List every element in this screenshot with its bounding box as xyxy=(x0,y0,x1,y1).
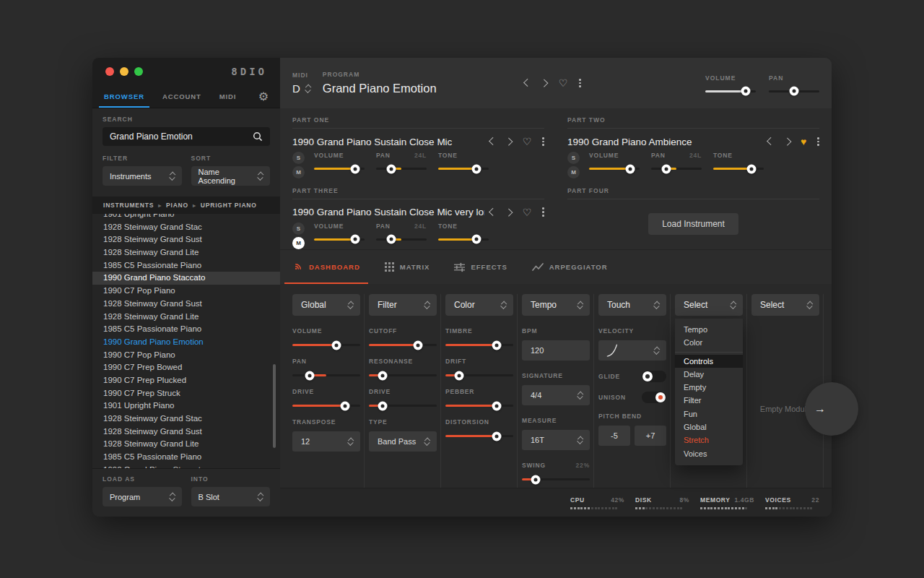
mute-button[interactable]: M xyxy=(292,166,305,178)
breadcrumb-upright-piano[interactable]: UPRIGHT PIANO xyxy=(201,202,257,209)
list-item[interactable]: 1990 C7 Pop Piano xyxy=(92,349,280,362)
into-dropdown[interactable]: B Slot xyxy=(191,487,271,506)
list-item[interactable]: 1928 Steinway Grand Stac xyxy=(92,221,280,234)
search-icon[interactable] xyxy=(253,131,263,142)
filter-drive-slider[interactable] xyxy=(369,405,437,407)
tab-dashboard[interactable]: DASHBOARD xyxy=(284,250,368,284)
select-menu-item[interactable]: Empty xyxy=(675,381,743,394)
select-menu-item[interactable]: Tempo xyxy=(675,323,743,336)
color-distorsion-slider[interactable] xyxy=(445,435,513,437)
side-drawer-handle[interactable]: → xyxy=(805,382,858,436)
part-tone-slider[interactable] xyxy=(438,168,489,170)
breadcrumb-instruments[interactable]: INSTRUMENTS xyxy=(103,202,154,209)
part-menu-icon[interactable] xyxy=(542,207,544,216)
list-item[interactable]: 1928 Steinway Grand Lite xyxy=(92,438,280,451)
module-select[interactable]: Touch xyxy=(598,294,666,316)
settings-gear-icon[interactable]: ⚙ xyxy=(258,91,269,103)
module-select[interactable]: Select xyxy=(751,294,819,316)
sort-dropdown[interactable]: Name Ascending xyxy=(191,166,271,186)
global-pan-slider[interactable] xyxy=(292,374,360,376)
load-as-dropdown[interactable]: Program xyxy=(103,487,182,506)
part-tone-slider[interactable] xyxy=(438,238,489,241)
tab-midi[interactable]: MIDI xyxy=(219,85,237,108)
part-pan-slider[interactable] xyxy=(376,238,427,241)
select-menu-item[interactable]: Color xyxy=(675,336,743,349)
tab-effects[interactable]: EFFECTS xyxy=(446,250,515,284)
color-timbre-slider[interactable] xyxy=(445,344,513,346)
part-volume-slider[interactable] xyxy=(589,168,640,170)
list-item[interactable]: 1985 C5 Passionate Piano xyxy=(92,323,280,336)
list-item[interactable]: 1928 Steinway Grand Sust xyxy=(92,426,280,439)
tab-matrix[interactable]: MATRIX xyxy=(377,250,438,284)
favorite-part-icon[interactable] xyxy=(801,135,806,148)
load-instrument-button[interactable]: Load Instrument xyxy=(648,213,738,235)
list-item[interactable]: 1901 Upright Piano xyxy=(92,214,280,221)
part-menu-icon[interactable] xyxy=(817,137,819,146)
tab-arpeggiator[interactable]: ARPEGGIATOR xyxy=(524,250,616,284)
prev-instrument-button[interactable] xyxy=(767,138,775,146)
list-item[interactable]: 1928 Steinway Grand Stac xyxy=(92,413,280,426)
tab-account[interactable]: ACCOUNT xyxy=(162,85,201,108)
list-item[interactable]: 1990 C7 Pop Piano xyxy=(92,285,280,298)
signature-stepper[interactable]: 4/4 xyxy=(522,385,590,405)
list-item[interactable]: 1901 Upright Piano xyxy=(92,400,280,413)
list-item[interactable]: 1985 C5 Passionate Piano xyxy=(92,259,280,272)
part-pan-slider[interactable] xyxy=(376,168,427,170)
list-item[interactable]: 1990 Grand Piano Emotion xyxy=(92,336,280,349)
prev-instrument-button[interactable] xyxy=(489,208,497,216)
master-pan-slider[interactable] xyxy=(769,90,819,92)
program-menu-icon[interactable] xyxy=(579,79,581,87)
list-item[interactable]: 1928 Steinway Grand Sust xyxy=(92,233,280,246)
next-program-button[interactable] xyxy=(541,79,549,87)
next-instrument-button[interactable] xyxy=(505,138,513,146)
module-select[interactable]: Tempo xyxy=(522,294,590,316)
part-pan-slider[interactable] xyxy=(651,168,702,170)
solo-button[interactable]: S xyxy=(567,152,580,164)
global-drive-slider[interactable] xyxy=(292,405,360,407)
transpose-stepper[interactable]: 12 xyxy=(292,431,360,452)
module-select[interactable]: Global xyxy=(292,294,360,316)
favorite-part-icon[interactable] xyxy=(523,206,532,219)
global-volume-slider[interactable] xyxy=(292,344,360,346)
list-item[interactable]: 1928 Steinway Grand Lite xyxy=(92,311,280,324)
list-item[interactable]: 1990 C7 Prep Struck xyxy=(92,387,280,400)
prev-instrument-button[interactable] xyxy=(489,138,497,146)
next-instrument-button[interactable] xyxy=(505,208,513,216)
measure-stepper[interactable]: 16T xyxy=(522,430,590,450)
tab-browser[interactable]: BROWSER xyxy=(104,85,144,108)
module-select[interactable]: Filter xyxy=(369,294,437,316)
color-pebber-slider[interactable] xyxy=(445,405,513,407)
filter-type-stepper[interactable]: Band Pass xyxy=(369,431,437,452)
pitch-bend-down-input[interactable]: -5 xyxy=(598,426,630,446)
select-menu-item[interactable]: Stretch xyxy=(675,434,743,447)
module-select[interactable]: Select xyxy=(675,294,743,316)
solo-button[interactable]: S xyxy=(292,223,305,235)
select-menu-item[interactable]: Voices xyxy=(675,447,743,460)
list-item[interactable]: 1928 Steinway Grand Lite xyxy=(92,246,280,259)
filter-resonanse-slider[interactable] xyxy=(369,374,437,376)
color-drift-slider[interactable] xyxy=(445,374,513,376)
part-volume-slider[interactable] xyxy=(314,238,365,241)
select-menu-item[interactable]: Filter xyxy=(675,394,743,407)
bpm-input[interactable]: 120 xyxy=(522,340,590,361)
select-menu-item[interactable]: Controls xyxy=(675,355,743,368)
velocity-curve-selector[interactable] xyxy=(598,340,666,361)
prev-program-button[interactable] xyxy=(523,79,531,87)
part-menu-icon[interactable] xyxy=(542,137,544,146)
next-instrument-button[interactable] xyxy=(783,138,791,146)
unison-toggle[interactable] xyxy=(642,392,666,403)
favorite-part-icon[interactable] xyxy=(523,135,532,148)
minimize-window-button[interactable] xyxy=(120,67,128,76)
close-window-button[interactable] xyxy=(105,67,114,76)
breadcrumb-piano[interactable]: PIANO xyxy=(166,202,188,209)
list-item[interactable]: 1990 Grand Piano Staccato xyxy=(92,464,280,468)
mute-button[interactable]: M xyxy=(567,166,580,178)
select-menu-item[interactable]: Delay xyxy=(675,368,743,381)
list-item[interactable]: 1985 C5 Passionate Piano xyxy=(92,451,280,464)
module-select[interactable]: Color xyxy=(445,294,513,316)
zoom-window-button[interactable] xyxy=(134,67,143,76)
select-menu-item[interactable]: Global xyxy=(675,420,743,434)
list-item[interactable]: 1990 C7 Prep Bowed xyxy=(92,361,280,374)
filter-cutoff-slider[interactable] xyxy=(369,344,437,346)
swing-slider[interactable] xyxy=(522,478,590,480)
